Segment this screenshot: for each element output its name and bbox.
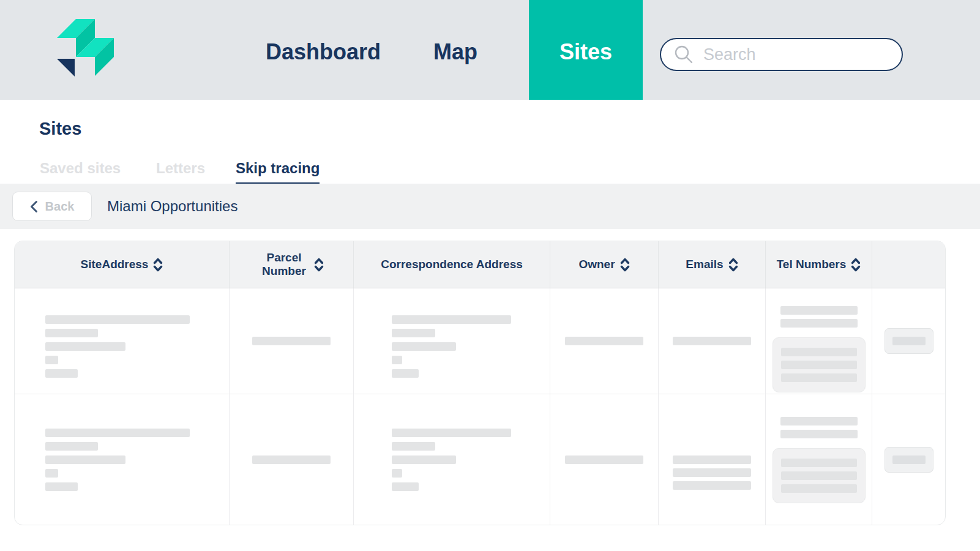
cell-owner (550, 288, 659, 394)
table-row-skeleton (15, 394, 945, 525)
back-button[interactable]: Back (12, 192, 92, 221)
skeleton-bar (781, 361, 857, 369)
skeleton-bar (392, 469, 402, 478)
table-row-skeleton (15, 288, 945, 394)
nav-sites[interactable]: Sites (529, 0, 643, 100)
search-input[interactable] (702, 45, 891, 65)
cell-correspondence-address (354, 394, 550, 525)
skeleton-bar (780, 430, 858, 438)
table-header-row: SiteAddress Parcel Number Correspondence… (15, 241, 945, 288)
skeleton-bar (673, 455, 751, 464)
skeleton-address-block (354, 394, 550, 491)
sort-icon (728, 257, 738, 273)
skeleton-bar (45, 455, 125, 464)
skeleton-bar (892, 455, 926, 464)
skeleton-bar (892, 337, 926, 345)
column-header-owner[interactable]: Owner (550, 241, 659, 288)
skeleton-bar (781, 471, 857, 480)
cell-actions (872, 288, 945, 394)
tab-letters[interactable]: Letters (156, 160, 205, 177)
column-label: Owner (578, 258, 615, 271)
skeleton-action-button (885, 328, 933, 354)
cell-parcel-number (230, 288, 354, 394)
skeleton-bar (45, 315, 190, 324)
skeleton-tel-block (766, 394, 872, 503)
skeleton-bar (781, 348, 857, 356)
skeleton-action-button (885, 447, 933, 473)
skeleton-emails-block (659, 394, 765, 490)
search-icon (673, 44, 694, 65)
skeleton-bar (45, 482, 78, 491)
skeleton-address-block (15, 288, 229, 378)
cell-emails (659, 288, 766, 394)
sort-icon (153, 257, 163, 273)
skeleton-bar (392, 329, 435, 337)
skeleton-bar (45, 442, 98, 451)
column-header-correspondence-address: Correspondence Address (354, 241, 550, 288)
cell-tel-numbers (766, 288, 872, 394)
skeleton-bar (780, 306, 858, 315)
cell-owner (550, 394, 659, 525)
column-header-tel-numbers[interactable]: Tel Numbers (766, 241, 872, 288)
cell-site-address (15, 394, 230, 525)
column-label: Emails (686, 258, 723, 271)
skeleton-tel-panel (772, 337, 866, 392)
skeleton-bar (781, 373, 857, 382)
tab-skip-tracing[interactable]: Skip tracing (236, 160, 320, 185)
app-header: Dashboard Map Sites (0, 0, 980, 100)
nav-dashboard[interactable]: Dashboard (266, 0, 381, 100)
sort-icon (851, 257, 861, 273)
cell-parcel-number (230, 394, 354, 525)
list-title: Miami Opportunities (107, 184, 238, 229)
tab-saved-sites[interactable]: Saved sites (40, 160, 121, 177)
cell-actions (872, 394, 945, 525)
tabs-bar: Saved sites Letters Skip tracing (0, 160, 980, 184)
skeleton-bar (45, 356, 58, 364)
logo-cubes-icon (57, 19, 118, 80)
skeleton-bar (565, 455, 643, 464)
page-main: Sites Saved sites Letters Skip tracing B… (0, 119, 980, 525)
app-logo[interactable] (57, 19, 118, 80)
sort-icon (620, 257, 630, 273)
skeleton-bar (45, 329, 98, 337)
skeleton-bar (45, 369, 78, 378)
skeleton-bar (392, 442, 435, 451)
list-toolbar: Back Miami Opportunities (0, 184, 980, 229)
skeleton-bar (780, 319, 858, 328)
column-label: Correspondence Address (381, 258, 523, 271)
column-header-parcel-number[interactable]: Parcel Number (230, 241, 354, 288)
chevron-left-icon (30, 200, 38, 213)
skeleton-bar (565, 337, 643, 345)
skeleton-bar (392, 455, 456, 464)
page-title: Sites (39, 119, 980, 138)
column-header-emails[interactable]: Emails (659, 241, 766, 288)
cell-emails (659, 394, 766, 525)
column-header-site-address[interactable]: SiteAddress (15, 241, 230, 288)
skeleton-bar (45, 342, 125, 351)
skeleton-tel-block (766, 288, 872, 392)
skeleton-bar (252, 337, 331, 345)
skeleton-bar (673, 481, 751, 490)
column-label: SiteAddress (81, 258, 149, 271)
skeleton-bar (392, 342, 456, 351)
skeleton-tel-panel (772, 448, 866, 503)
cell-correspondence-address (354, 288, 550, 394)
nav-map[interactable]: Map (433, 0, 477, 100)
skeleton-bar (781, 484, 857, 493)
skeleton-bar (392, 482, 419, 491)
skeleton-address-block (354, 288, 550, 378)
cell-site-address (15, 288, 230, 394)
skeleton-bar (45, 469, 58, 478)
skeleton-bar (673, 337, 751, 345)
skeleton-bar (673, 468, 751, 477)
search-box (660, 38, 903, 71)
skeleton-bar (392, 356, 402, 364)
column-label: Parcel Number (259, 251, 309, 278)
skeleton-address-block (15, 394, 229, 491)
back-label: Back (45, 200, 75, 214)
skip-tracing-table: SiteAddress Parcel Number Correspondence… (14, 241, 946, 525)
skeleton-bar (252, 455, 331, 464)
skeleton-bar (392, 369, 419, 378)
cell-tel-numbers (766, 394, 872, 525)
column-header-actions (872, 241, 945, 288)
